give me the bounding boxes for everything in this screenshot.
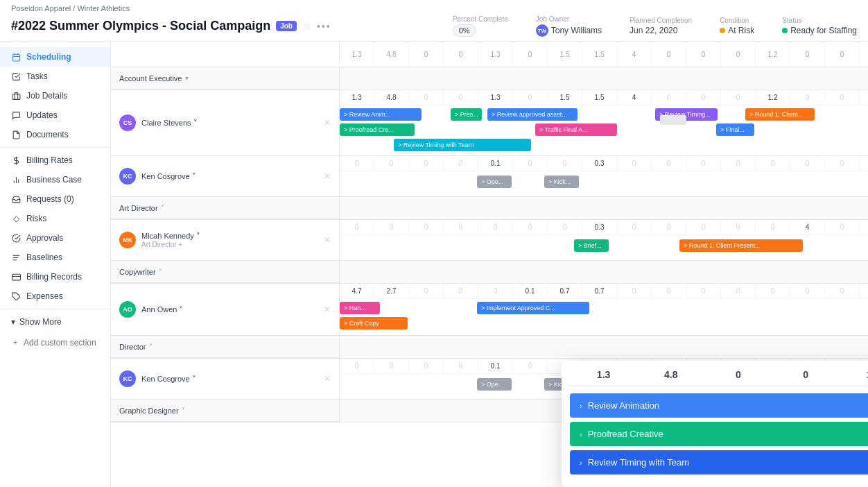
- sidebar-risks-label: Risks: [26, 214, 46, 223]
- sidebar-expenses-label: Expenses: [26, 291, 63, 301]
- status-meta: Status Ready for Staffing: [782, 17, 857, 35]
- sidebar: Scheduling Tasks Job Details Updates: [0, 42, 111, 487]
- planned-completion-label: Planned Completion: [630, 17, 692, 24]
- sidebar-item-expenses[interactable]: Expenses: [0, 287, 110, 306]
- expenses-icon: [11, 291, 21, 301]
- bar-review-approved[interactable]: > Review approved asset...: [487, 108, 578, 121]
- num-claire-1: 4.8: [374, 90, 409, 105]
- bar-round1-client[interactable]: > Round 1: Client...: [745, 108, 815, 121]
- num-claire-8: 4: [617, 90, 652, 105]
- add-custom-section-btn[interactable]: ＋ Add custom section: [0, 332, 110, 353]
- role-chevron-copywriter: ˅: [159, 268, 162, 275]
- col-header-3: 0: [444, 42, 478, 67]
- role-chevron-art-director: ˅: [161, 204, 164, 212]
- remove-ann-btn[interactable]: ✕: [324, 305, 331, 314]
- percent-complete-value: 0%: [453, 24, 476, 37]
- breadcrumb-project[interactable]: Winter Athletics: [77, 4, 130, 12]
- sidebar-baselines-label: Baselines: [26, 253, 62, 262]
- sidebar-job-details-label: Job Details: [26, 91, 67, 101]
- status-value: Ready for Staffing: [782, 26, 857, 35]
- bar-traffic-final[interactable]: > Traffic Final A...: [535, 123, 617, 136]
- role-chevron-graphic-designer: ˅: [182, 407, 185, 414]
- bar-pres[interactable]: > Pres...: [451, 108, 482, 121]
- col-header-10: 0: [686, 42, 721, 67]
- tooltip-num-4: 1.3: [840, 369, 868, 380]
- num-claire-6: 1.5: [548, 90, 582, 105]
- risks-icon: ◇: [11, 214, 21, 223]
- sidebar-item-job-details[interactable]: Job Details: [0, 86, 110, 105]
- sidebar-item-risks[interactable]: ◇ Risks: [0, 209, 110, 228]
- bar-ope-1[interactable]: > Ope...: [477, 176, 512, 188]
- percent-complete-label: Percent Complete: [453, 15, 508, 23]
- tooltip-num-0: 1.3: [570, 369, 637, 380]
- remove-micah-btn[interactable]: ✕: [324, 235, 331, 245]
- bar-kick-1[interactable]: > Kick...: [544, 176, 579, 188]
- role-header-graphic-designer[interactable]: Graphic Designer ˅: [111, 400, 339, 422]
- condition-value: At Risk: [720, 26, 754, 35]
- role-title-art-director: Art Director: [119, 204, 158, 212]
- sidebar-billing-rates-label: Billing Rates: [26, 155, 73, 165]
- bar-implement-ann[interactable]: > Implement Approved C...: [477, 302, 589, 314]
- sidebar-item-baselines[interactable]: Baselines: [0, 248, 110, 267]
- approvals-icon: [11, 233, 21, 243]
- show-more-btn[interactable]: ▾ Show More: [0, 312, 110, 332]
- role-header-account-executive[interactable]: Account Executive ▾: [111, 67, 339, 89]
- requests-icon: [11, 194, 21, 204]
- bar-round1-micah[interactable]: > Round 1: Client Present...: [679, 239, 803, 252]
- breadcrumb-company[interactable]: Poseidon Apparel: [11, 4, 71, 12]
- role-header-copywriter[interactable]: Copywriter ˅: [111, 261, 339, 283]
- member-name-claire[interactable]: Claire Stevens ˅: [141, 119, 198, 128]
- baselines-icon: [11, 253, 21, 262]
- sidebar-item-billing-rates[interactable]: Billing Rates: [0, 151, 110, 170]
- col-header-0: 1.3: [340, 42, 374, 67]
- tooltip-popup: 1.3 4.8 0 0 1.3: [562, 361, 868, 487]
- member-name-ken-1[interactable]: Ken Cosgrove ˅: [141, 172, 196, 181]
- bar-proofread[interactable]: > Proofread Cre...: [340, 123, 415, 136]
- tooltip-bar-review-timing-team[interactable]: › Review Timing with Team: [570, 450, 868, 475]
- tooltip-bar-proofread-creative[interactable]: › Proofread Creative: [570, 422, 868, 446]
- member-name-micah[interactable]: Micah Kennedy ˅: [141, 232, 200, 241]
- more-options-icon[interactable]: •••: [317, 21, 331, 32]
- bar-review-animation[interactable]: > Review Anim...: [340, 108, 422, 121]
- bar-hand-ann[interactable]: > Han...: [340, 302, 380, 314]
- role-header-art-director[interactable]: Art Director ˅: [111, 197, 339, 219]
- sidebar-item-updates[interactable]: Updates: [0, 105, 110, 125]
- member-name-ken-2[interactable]: Ken Cosgrove ˅: [141, 375, 196, 384]
- avatar-claire: CS: [119, 114, 136, 131]
- tooltip-bar-review-animation-label: Review Animation: [588, 400, 659, 411]
- role-header-director[interactable]: Director ˅: [111, 336, 339, 358]
- sidebar-item-billing-records[interactable]: Billing Records: [0, 267, 110, 287]
- star-icon[interactable]: ☆: [302, 21, 311, 32]
- job-details-icon: [11, 91, 21, 101]
- member-row-micah: MK Micah Kennedy ˅ Art Director + ✕ 0: [111, 220, 868, 261]
- bar-ope-2[interactable]: > Ope...: [477, 378, 512, 391]
- tooltip-chevron-2: ›: [580, 430, 582, 438]
- show-more-label: Show More: [19, 317, 62, 327]
- remove-claire-btn[interactable]: ✕: [324, 118, 331, 128]
- bar-craft-copy-ann[interactable]: > Craft Copy: [340, 317, 408, 330]
- job-owner-value: TW Tony Williams: [536, 24, 602, 37]
- sidebar-item-tasks[interactable]: Tasks: [0, 67, 110, 86]
- remove-ken-2-btn[interactable]: ✕: [324, 374, 331, 384]
- num-claire-13: 0: [790, 90, 825, 105]
- sidebar-scheduling-label: Scheduling: [26, 52, 71, 62]
- sidebar-business-case-label: Business Case: [26, 175, 82, 185]
- col-header-15: 0: [860, 42, 868, 67]
- member-name-ann[interactable]: Ann Owen ˅: [141, 305, 183, 314]
- sidebar-item-approvals[interactable]: Approvals: [0, 228, 110, 248]
- col-header-13: 0: [790, 42, 825, 67]
- svg-rect-12: [12, 274, 20, 280]
- sidebar-item-scheduling[interactable]: Scheduling: [0, 47, 110, 67]
- tooltip-num-1: 4.8: [637, 369, 704, 380]
- sidebar-item-requests[interactable]: Requests (0): [0, 189, 110, 209]
- bar-brief-micah[interactable]: > Brief...: [574, 239, 609, 252]
- sidebar-item-documents[interactable]: Documents: [0, 125, 110, 144]
- placeholder-bar: [660, 115, 686, 125]
- sidebar-item-business-case[interactable]: Business Case: [0, 170, 110, 189]
- col-header-1: 4.8: [374, 42, 409, 67]
- member-row-ann: AO Ann Owen ˅ ✕ 4.7 2.7 0: [111, 284, 868, 336]
- bar-review-timing-team[interactable]: > Review Timing with Team: [394, 139, 531, 151]
- remove-ken-1-btn[interactable]: ✕: [324, 171, 331, 181]
- bar-final-blue-2[interactable]: > Final...: [716, 123, 754, 136]
- tooltip-bar-review-animation[interactable]: › Review Animation: [570, 393, 868, 418]
